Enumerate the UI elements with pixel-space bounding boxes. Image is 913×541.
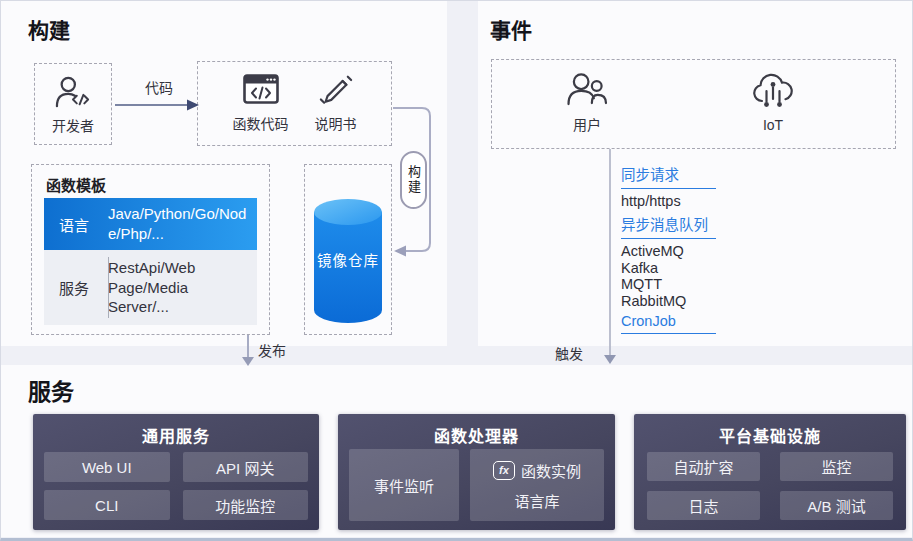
language-library-label: 语言库 [514,490,559,511]
build-pill-label: 构建 [404,165,423,195]
database-cylinder-icon: 镜像仓库 [313,198,383,324]
cli-button[interactable]: CLI [44,490,170,520]
template-service-label: 服务 [44,277,108,298]
ab-test-button[interactable]: A/B 测试 [780,491,893,520]
platform-infra-title: 平台基础设施 [634,423,906,447]
build-pill: 构建 [400,151,427,209]
user-label: 用户 [573,114,601,134]
template-language-value: Java/Python/Go/Node/Php/... [108,204,250,244]
template-language-label: 语言 [44,214,108,235]
web-ui-button[interactable]: Web UI [44,452,170,482]
template-row-service: 服务 RestApi/Web Page/Media Server/... [44,250,257,325]
generic-services-title: 通用服务 [33,423,319,447]
iot-cloud-icon [750,72,796,110]
function-code-node: 函数代码 说明书 [197,61,392,146]
async-queue-item: Kafka [621,260,741,277]
code-window-icon [243,74,279,105]
generic-services-panel: 通用服务 Web UI API 网关 CLI 功能监控 [33,414,319,530]
event-listener-button[interactable]: 事件监听 [349,449,459,521]
api-gateway-button[interactable]: API 网关 [183,452,309,482]
cronjob-link[interactable]: CronJob [621,313,716,334]
user-source: 用户 [566,72,609,134]
template-row-language: 语言 Java/Python/Go/Node/Php/... [44,198,257,250]
cronjob-group: CronJob [621,313,741,338]
function-template-node: 函数模板 语言 Java/Python/Go/Node/Php/... 服务 R… [31,164,270,335]
event-sources-node: 用户 IoT [491,59,896,149]
function-code-label: 函数代码 [233,113,289,133]
auto-scaling-button[interactable]: 自动扩容 [647,452,760,481]
publish-label: 发布 [258,340,286,360]
events-section-title: 事件 [490,14,532,44]
template-divider [108,257,109,318]
platform-infra-panel: 平台基础设施 自动扩容 监控 日志 A/B 测试 [634,414,906,530]
function-code-item: 函数代码 [233,74,289,133]
developer-icon [54,75,92,109]
function-instance-label: 函数实例 [521,460,581,481]
build-section-title: 构建 [28,14,70,44]
image-registry-label: 镜像仓库 [313,249,383,270]
trigger-label: 触发 [555,343,583,363]
template-service-value: RestApi/Web Page/Media Server/... [108,258,250,317]
async-queue-item: MQTT [621,276,741,293]
fx-icon: fx [493,461,515,480]
developer-label: 开发者 [52,115,94,135]
manual-item: 说明书 [315,74,357,133]
sync-request-item: http/https [621,193,741,210]
services-section-title: 服务 [28,373,74,407]
build-panel: 构建 开发者 代码 [1,1,447,346]
code-arrow-label: 代码 [129,77,189,97]
developer-node: 开发者 [34,63,112,145]
users-icon [566,72,609,107]
async-queue-item: RabbitMQ [621,293,741,310]
logs-button[interactable]: 日志 [647,491,760,520]
image-registry-node: 镜像仓库 [304,164,392,335]
pen-icon [319,74,353,105]
async-queue-group: 异步消息队列 ActiveMQ Kafka MQTT RabbitMQ [621,213,741,309]
function-template-title: 函数模板 [46,174,106,195]
iot-source: IoT [750,72,796,133]
function-processor-title: 函数处理器 [338,423,615,447]
function-monitor-button[interactable]: 功能监控 [183,490,309,520]
iot-label: IoT [763,117,783,133]
function-instance-button[interactable]: fx 函数实例 语言库 [470,449,604,521]
sync-request-link[interactable]: 同步请求 [621,163,716,189]
async-queue-link[interactable]: 异步消息队列 [621,213,716,239]
async-queue-item: ActiveMQ [621,243,741,260]
manual-label: 说明书 [315,113,357,133]
function-processor-panel: 函数处理器 事件监听 fx 函数实例 语言库 [338,414,615,530]
function-instance-line: fx 函数实例 [493,460,581,481]
sync-request-group: 同步请求 http/https [621,163,741,210]
monitoring-button[interactable]: 监控 [780,452,893,481]
architecture-diagram: 构建 开发者 代码 [0,0,913,541]
